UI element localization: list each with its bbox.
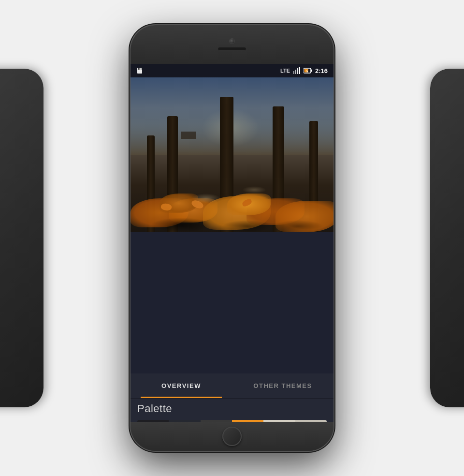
phone-screen: LTE 2:16	[130, 64, 334, 422]
svg-rect-6	[297, 68, 298, 74]
svg-rect-5	[295, 70, 296, 74]
lte-label: LTE	[280, 68, 290, 74]
swatch-primary-dark: Primary Dark	[137, 420, 169, 422]
svg-rect-1	[138, 68, 139, 70]
top-bezel	[130, 25, 334, 64]
palette-section: Palette Primary Dark Primary Background	[130, 399, 334, 422]
status-time: 2:16	[315, 67, 328, 74]
phone-right-partial	[430, 69, 464, 407]
phone-left-partial	[0, 69, 44, 407]
signal-icon	[293, 67, 301, 74]
svg-rect-9	[311, 70, 312, 72]
swatch-normal: Normal	[263, 420, 295, 422]
sd-card-icon	[136, 67, 143, 74]
tab-overview[interactable]: OVERVIEW	[130, 373, 232, 398]
leaves-ground	[130, 155, 334, 232]
battery-icon	[304, 67, 312, 74]
tab-other-themes[interactable]: OTHER THEMES	[232, 373, 334, 398]
status-left	[136, 67, 143, 74]
app-content: OVERVIEW OTHER THEMES Palette Primary Da…	[130, 77, 334, 422]
swatch-background: Background	[201, 420, 232, 422]
tabs-bar: OVERVIEW OTHER THEMES Palette Primary Da…	[130, 373, 334, 422]
status-right: LTE 2:16	[280, 67, 328, 74]
bottom-bezel	[130, 422, 334, 451]
swatch-primary: Primary	[169, 420, 200, 422]
bench	[181, 132, 196, 139]
camera	[229, 38, 235, 44]
status-bar: LTE 2:16	[130, 64, 334, 77]
svg-rect-2	[140, 68, 141, 70]
svg-rect-4	[293, 71, 294, 74]
tab-overview-label: OVERVIEW	[161, 382, 201, 389]
hero-image	[130, 77, 334, 232]
autumn-scene	[130, 77, 334, 232]
swatch-foreground: Foreground	[295, 420, 327, 422]
swatch-accent: Accent	[232, 420, 263, 422]
scene: LTE 2:16	[0, 0, 464, 476]
home-button[interactable]	[222, 427, 242, 446]
tabs-row: OVERVIEW OTHER THEMES	[130, 373, 334, 399]
speaker	[218, 47, 246, 51]
svg-rect-3	[141, 68, 142, 70]
palette-title: Palette	[137, 402, 327, 415]
tab-other-themes-label: OTHER THEMES	[253, 382, 312, 389]
palette-swatches: Primary Dark Primary Background Accent	[137, 420, 327, 422]
phone-main: LTE 2:16	[130, 25, 334, 451]
svg-rect-7	[299, 67, 300, 74]
